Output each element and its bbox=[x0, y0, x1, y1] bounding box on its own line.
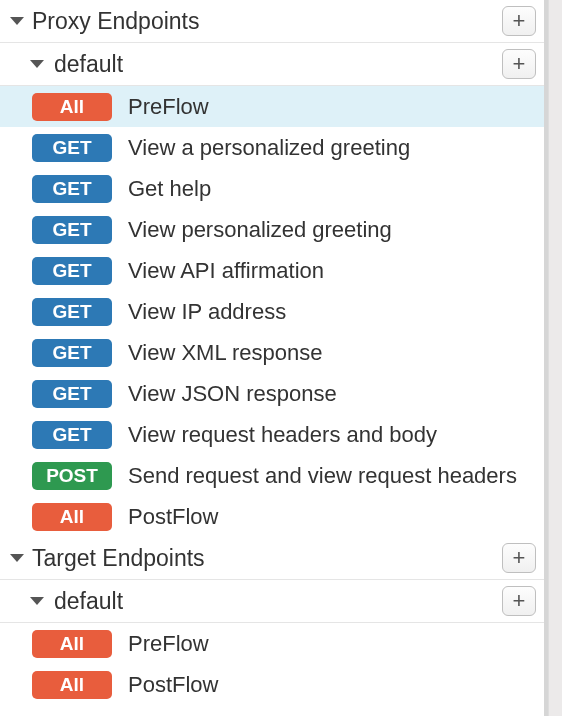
flow-label: View JSON response bbox=[128, 381, 536, 407]
flow-row[interactable]: GET View a personalized greeting bbox=[0, 127, 544, 168]
navigator-panel: Proxy Endpoints + default + All PreFlow … bbox=[0, 0, 548, 716]
method-badge: GET bbox=[32, 216, 112, 244]
flow-label: View XML response bbox=[128, 340, 536, 366]
method-badge: GET bbox=[32, 421, 112, 449]
flow-label: PreFlow bbox=[128, 94, 536, 120]
flow-label: View request headers and body bbox=[128, 422, 536, 448]
flow-label: PostFlow bbox=[128, 672, 536, 698]
flow-label: Get help bbox=[128, 176, 536, 202]
flow-label: View a personalized greeting bbox=[128, 135, 536, 161]
method-badge: All bbox=[32, 503, 112, 531]
endpoint-name: default bbox=[54, 588, 502, 615]
flow-row[interactable]: All PostFlow bbox=[0, 664, 544, 705]
method-badge: GET bbox=[32, 380, 112, 408]
method-badge: GET bbox=[32, 339, 112, 367]
flow-label: View IP address bbox=[128, 299, 536, 325]
method-badge: POST bbox=[32, 462, 112, 490]
flow-row[interactable]: GET View JSON response bbox=[0, 373, 544, 414]
flow-label: View API affirmation bbox=[128, 258, 536, 284]
flow-row[interactable]: GET View request headers and body bbox=[0, 414, 544, 455]
chevron-down-icon bbox=[10, 554, 24, 562]
method-badge: GET bbox=[32, 298, 112, 326]
method-badge: All bbox=[32, 630, 112, 658]
section-header-target[interactable]: Target Endpoints + bbox=[0, 537, 544, 580]
flow-row[interactable]: All PreFlow bbox=[0, 86, 544, 127]
method-badge: GET bbox=[32, 257, 112, 285]
target-endpoint-default-header[interactable]: default + bbox=[0, 580, 544, 623]
proxy-endpoint-default-header[interactable]: default + bbox=[0, 43, 544, 86]
plus-icon: + bbox=[513, 10, 526, 32]
chevron-down-icon bbox=[30, 597, 44, 605]
flow-row[interactable]: GET View XML response bbox=[0, 332, 544, 373]
endpoint-name: default bbox=[54, 51, 502, 78]
add-flow-button[interactable]: + bbox=[502, 586, 536, 616]
method-badge: GET bbox=[32, 175, 112, 203]
proxy-default-flow-list: All PreFlow GET View a personalized gree… bbox=[0, 86, 544, 537]
add-target-endpoint-button[interactable]: + bbox=[502, 543, 536, 573]
flow-row[interactable]: GET View personalized greeting bbox=[0, 209, 544, 250]
flow-row[interactable]: GET View IP address bbox=[0, 291, 544, 332]
section-title: Proxy Endpoints bbox=[32, 8, 502, 35]
plus-icon: + bbox=[513, 53, 526, 75]
plus-icon: + bbox=[513, 590, 526, 612]
add-proxy-endpoint-button[interactable]: + bbox=[502, 6, 536, 36]
flow-row[interactable]: All PreFlow bbox=[0, 623, 544, 664]
flow-row[interactable]: POST Send request and view request heade… bbox=[0, 455, 544, 496]
flow-label: Send request and view request headers bbox=[128, 463, 536, 489]
flow-label: View personalized greeting bbox=[128, 217, 536, 243]
add-flow-button[interactable]: + bbox=[502, 49, 536, 79]
scrollbar-track[interactable] bbox=[548, 0, 562, 716]
section-header-proxy[interactable]: Proxy Endpoints + bbox=[0, 0, 544, 43]
flow-row[interactable]: All PostFlow bbox=[0, 496, 544, 537]
method-badge: GET bbox=[32, 134, 112, 162]
section-title: Target Endpoints bbox=[32, 545, 502, 572]
method-badge: All bbox=[32, 671, 112, 699]
flow-row[interactable]: GET View API affirmation bbox=[0, 250, 544, 291]
chevron-down-icon bbox=[30, 60, 44, 68]
flow-label: PostFlow bbox=[128, 504, 536, 530]
method-badge: All bbox=[32, 93, 112, 121]
flow-label: PreFlow bbox=[128, 631, 536, 657]
chevron-down-icon bbox=[10, 17, 24, 25]
target-default-flow-list: All PreFlow All PostFlow bbox=[0, 623, 544, 705]
plus-icon: + bbox=[513, 547, 526, 569]
flow-row[interactable]: GET Get help bbox=[0, 168, 544, 209]
